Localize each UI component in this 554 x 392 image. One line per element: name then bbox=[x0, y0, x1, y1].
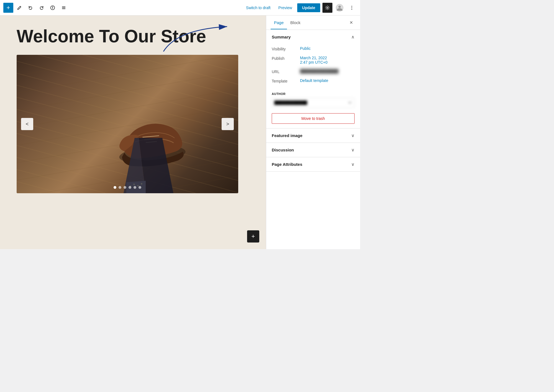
update-button[interactable]: Update bbox=[297, 3, 320, 12]
move-to-trash-button[interactable]: Move to trash bbox=[272, 113, 355, 124]
add-block-bottom-button[interactable]: + bbox=[247, 230, 259, 243]
trouser-illustration bbox=[124, 138, 173, 193]
list-view-button[interactable] bbox=[59, 3, 69, 13]
info-button[interactable] bbox=[48, 3, 58, 13]
page-attributes-toggle[interactable]: ∨ bbox=[351, 162, 355, 167]
discussion-section: Discussion ∨ bbox=[266, 143, 360, 157]
template-value[interactable]: Default template bbox=[300, 78, 328, 83]
page-attributes-section: Page Attributes ∨ bbox=[266, 157, 360, 172]
svg-point-6 bbox=[327, 7, 328, 8]
svg-point-2 bbox=[52, 7, 53, 7]
featured-image-header[interactable]: Featured image ∨ bbox=[266, 128, 360, 143]
svg-point-20 bbox=[141, 183, 142, 185]
sidebar-close-button[interactable]: × bbox=[347, 18, 356, 27]
switch-to-draft-button[interactable]: Switch to draft bbox=[243, 4, 273, 12]
url-label: URL bbox=[272, 69, 297, 74]
url-row: URL ██████████████ bbox=[272, 67, 355, 76]
summary-title: Summary bbox=[272, 35, 291, 39]
publish-label: Publish bbox=[272, 56, 297, 61]
topbar-right: Switch to draft Preview Update bbox=[243, 3, 357, 13]
template-row: Template Default template bbox=[272, 76, 355, 86]
slider-image bbox=[17, 55, 238, 193]
tab-block[interactable]: Block bbox=[287, 16, 304, 29]
svg-point-9 bbox=[352, 6, 352, 7]
summary-section-header[interactable]: Summary ∧ bbox=[266, 30, 360, 44]
edit-icon-button[interactable] bbox=[14, 3, 24, 13]
redo-button[interactable] bbox=[37, 3, 47, 13]
discussion-title: Discussion bbox=[272, 148, 294, 152]
visibility-value[interactable]: Public bbox=[300, 46, 311, 51]
undo-button[interactable] bbox=[25, 3, 35, 13]
svg-point-8 bbox=[338, 6, 341, 8]
slider-dot-3[interactable] bbox=[124, 186, 126, 189]
page-attributes-header[interactable]: Page Attributes ∨ bbox=[266, 157, 360, 171]
slider-dot-2[interactable] bbox=[119, 186, 121, 189]
main-layout: Welcome To Our Store bbox=[0, 16, 360, 249]
topbar-left: + bbox=[3, 3, 69, 13]
sidebar-tabs: Page Block × bbox=[266, 16, 360, 30]
publish-row: Publish March 21, 2022 2:47 pm UTC+0 bbox=[272, 53, 355, 67]
discussion-header[interactable]: Discussion ∨ bbox=[266, 143, 360, 157]
settings-button[interactable] bbox=[322, 3, 332, 13]
author-select[interactable]: ████████████ bbox=[272, 98, 355, 108]
preview-button[interactable]: Preview bbox=[276, 4, 295, 12]
sidebar: Page Block × Summary ∧ Visibility Public… bbox=[266, 16, 360, 249]
summary-section: Summary ∧ Visibility Public Publish Marc… bbox=[266, 30, 360, 128]
featured-image-toggle[interactable]: ∨ bbox=[351, 133, 355, 138]
slider-prev-button[interactable]: < bbox=[21, 118, 33, 130]
visibility-row: Visibility Public bbox=[272, 44, 355, 53]
tab-page[interactable]: Page bbox=[271, 16, 287, 29]
slider-dot-6[interactable] bbox=[138, 186, 141, 189]
svg-point-11 bbox=[352, 9, 352, 10]
discussion-toggle[interactable]: ∨ bbox=[351, 147, 355, 153]
template-label: Template bbox=[272, 78, 297, 83]
page-heading: Welcome To Our Store bbox=[17, 27, 249, 46]
slider-dot-1[interactable] bbox=[114, 186, 116, 189]
featured-image-section: Featured image ∨ bbox=[266, 128, 360, 143]
author-section: AUTHOR ████████████ bbox=[266, 90, 360, 112]
slider-container: < > bbox=[17, 55, 238, 193]
svg-point-18 bbox=[133, 184, 135, 185]
featured-image-title: Featured image bbox=[272, 133, 302, 138]
slider-dots bbox=[114, 186, 141, 189]
user-avatar-button[interactable] bbox=[335, 3, 345, 13]
slider-next-button[interactable]: > bbox=[222, 118, 234, 130]
editor-area: Welcome To Our Store bbox=[0, 16, 266, 249]
slider-dot-5[interactable] bbox=[134, 186, 136, 189]
visibility-label: Visibility bbox=[272, 46, 297, 51]
page-attributes-title: Page Attributes bbox=[272, 162, 302, 167]
more-options-button[interactable] bbox=[347, 3, 357, 13]
topbar: + bbox=[0, 0, 360, 16]
summary-content: Visibility Public Publish March 21, 2022… bbox=[266, 44, 360, 90]
author-label: AUTHOR bbox=[272, 92, 355, 96]
add-block-button[interactable]: + bbox=[3, 3, 13, 13]
url-value[interactable]: ██████████████ bbox=[300, 69, 338, 73]
slider-dot-4[interactable] bbox=[129, 186, 131, 189]
summary-toggle[interactable]: ∧ bbox=[351, 34, 355, 40]
publish-value[interactable]: March 21, 2022 2:47 pm UTC+0 bbox=[300, 56, 327, 65]
svg-point-10 bbox=[352, 7, 352, 8]
